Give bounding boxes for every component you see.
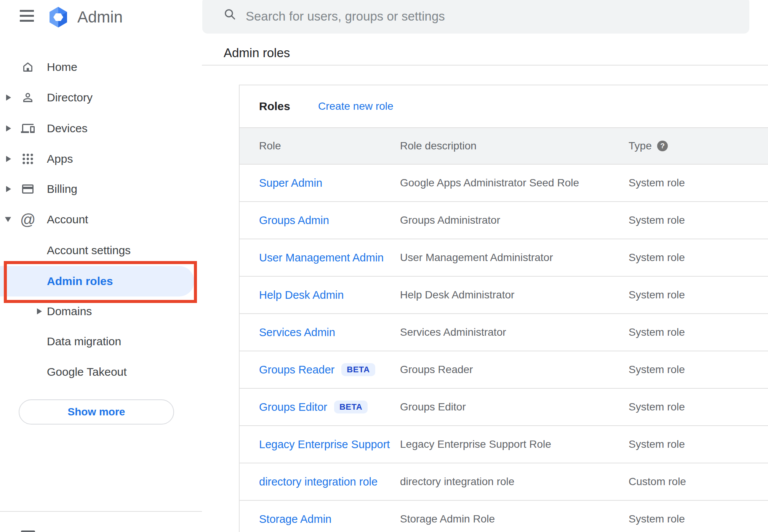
- sidebar-item-directory[interactable]: Directory: [0, 86, 202, 109]
- search-input[interactable]: [245, 0, 734, 33]
- column-header-type: Type: [629, 140, 652, 152]
- home-icon: [21, 60, 35, 74]
- sidebar-item-billing[interactable]: Billing: [0, 178, 202, 200]
- table-row: Help Desk Admin Help Desk Administrator …: [240, 277, 768, 314]
- sidebar-item-home[interactable]: Home: [0, 56, 202, 79]
- role-description: Legacy Enterprise Support Role: [400, 438, 551, 450]
- role-link[interactable]: Help Desk Admin: [259, 289, 344, 301]
- table-row: Legacy Enterprise Support Legacy Enterpr…: [240, 426, 768, 463]
- collapse-arrow-icon[interactable]: [5, 217, 11, 222]
- role-type: System role: [629, 214, 685, 226]
- search-icon: [223, 8, 236, 22]
- roles-panel: Roles Create new role Role Role descript…: [239, 85, 768, 532]
- beta-badge: BETA: [341, 363, 375, 376]
- role-type: System role: [629, 513, 685, 525]
- sidebar-item-label: Devices: [47, 122, 88, 135]
- role-link[interactable]: Super Admin: [259, 177, 322, 189]
- role-description: Storage Admin Role: [400, 513, 495, 525]
- table-row: User Management Admin User Management Ad…: [240, 239, 768, 277]
- sidebar-item-label: Account settings: [47, 244, 131, 257]
- role-type: System role: [629, 364, 685, 376]
- at-sign-icon: @: [21, 213, 35, 226]
- role-description: Services Administrator: [400, 326, 506, 338]
- role-type: System role: [629, 289, 685, 301]
- sidebar-item-account[interactable]: @ Account: [0, 208, 202, 231]
- table-row: Groups Admin Groups Administrator System…: [240, 202, 768, 239]
- sidebar-item-account-settings[interactable]: Account settings: [0, 239, 202, 262]
- credit-card-icon: [21, 182, 35, 196]
- table-row: Groups Reader BETA Groups Reader System …: [240, 351, 768, 389]
- role-link[interactable]: Groups Editor: [259, 401, 327, 413]
- role-link[interactable]: Storage Admin: [259, 513, 331, 526]
- table-row: directory integration role directory int…: [240, 463, 768, 501]
- apps-grid-icon: [21, 152, 35, 166]
- role-link[interactable]: Services Admin: [259, 326, 335, 339]
- beta-badge: BETA: [334, 401, 368, 413]
- column-header-role: Role: [259, 140, 281, 152]
- role-description: Google Apps Administrator Seed Role: [400, 177, 579, 189]
- roles-heading: Roles: [259, 100, 290, 113]
- person-icon: [21, 91, 35, 104]
- expand-arrow-icon[interactable]: [6, 125, 11, 131]
- expand-arrow-icon[interactable]: [6, 156, 11, 162]
- sidebar-item-label: Data migration: [47, 335, 121, 348]
- expand-arrow-icon[interactable]: [37, 308, 42, 314]
- table-body: Super Admin Google Apps Administrator Se…: [240, 165, 768, 532]
- sidebar-item-google-takeout[interactable]: Google Takeout: [0, 361, 202, 383]
- role-description: User Management Administrator: [400, 252, 553, 264]
- sidebar-item-label: Apps: [47, 152, 73, 165]
- table-row: Groups Editor BETA Groups Editor System …: [240, 389, 768, 426]
- sidebar-item-apps[interactable]: Apps: [0, 147, 202, 170]
- expand-arrow-icon[interactable]: [6, 95, 11, 101]
- admin-hexagon-logo-icon: [49, 7, 68, 27]
- sidebar-item-label: Account: [47, 213, 88, 226]
- role-type: Custom role: [629, 476, 686, 488]
- sidebar-item-data-migration[interactable]: Data migration: [0, 330, 202, 353]
- role-description: Groups Editor: [400, 401, 466, 413]
- admin-logo: Admin: [49, 7, 123, 27]
- sidebar-item-label: Directory: [47, 91, 93, 104]
- sidebar-item-admin-roles-selected[interactable]: Admin roles: [0, 266, 194, 296]
- role-type: System role: [629, 177, 685, 189]
- role-type: System role: [629, 252, 685, 264]
- role-link[interactable]: Groups Reader: [259, 364, 334, 376]
- sidebar-divider: [0, 511, 202, 512]
- table-header-row: Role Role description Type ?: [240, 127, 768, 165]
- sidebar-item-label: Billing: [47, 183, 77, 195]
- expand-arrow-icon[interactable]: [6, 186, 11, 192]
- role-link[interactable]: directory integration role: [259, 476, 378, 488]
- app-title: Admin: [77, 7, 123, 27]
- sidebar-item-label: Home: [47, 61, 77, 74]
- show-more-button[interactable]: Show more: [19, 399, 174, 425]
- role-description: Groups Administrator: [400, 214, 500, 226]
- sidebar-item-label: Google Takeout: [47, 365, 127, 378]
- search-bar[interactable]: [202, 0, 749, 34]
- role-link[interactable]: User Management Admin: [259, 252, 384, 264]
- role-link[interactable]: Legacy Enterprise Support: [259, 438, 390, 451]
- table-row: Storage Admin Storage Admin Role System …: [240, 501, 768, 532]
- clipped-sidebar-icon: [21, 530, 35, 532]
- role-description: Help Desk Administrator: [400, 289, 514, 301]
- page-title: Admin roles: [224, 46, 290, 60]
- role-description: Groups Reader: [400, 364, 473, 376]
- role-description: directory integration role: [400, 476, 514, 488]
- table-row: Super Admin Google Apps Administrator Se…: [240, 165, 768, 202]
- help-question-icon[interactable]: ?: [657, 141, 668, 151]
- sidebar-item-label: Domains: [47, 305, 92, 318]
- table-row: Services Admin Services Administrator Sy…: [240, 314, 768, 351]
- sidebar-item-label: Admin roles: [47, 275, 113, 288]
- create-new-role-link[interactable]: Create new role: [318, 100, 394, 112]
- roles-panel-header: Roles Create new role: [240, 85, 768, 127]
- role-link[interactable]: Groups Admin: [259, 214, 329, 227]
- role-type: System role: [629, 326, 685, 338]
- devices-icon: [21, 122, 35, 135]
- column-header-role-description: Role description: [400, 140, 477, 152]
- sidebar-item-devices[interactable]: Devices: [0, 117, 202, 140]
- hamburger-menu-icon[interactable]: [20, 10, 34, 24]
- role-type: System role: [629, 401, 685, 413]
- content-divider: [202, 65, 768, 66]
- sidebar-item-domains[interactable]: Domains: [0, 300, 202, 323]
- role-type: System role: [629, 438, 685, 450]
